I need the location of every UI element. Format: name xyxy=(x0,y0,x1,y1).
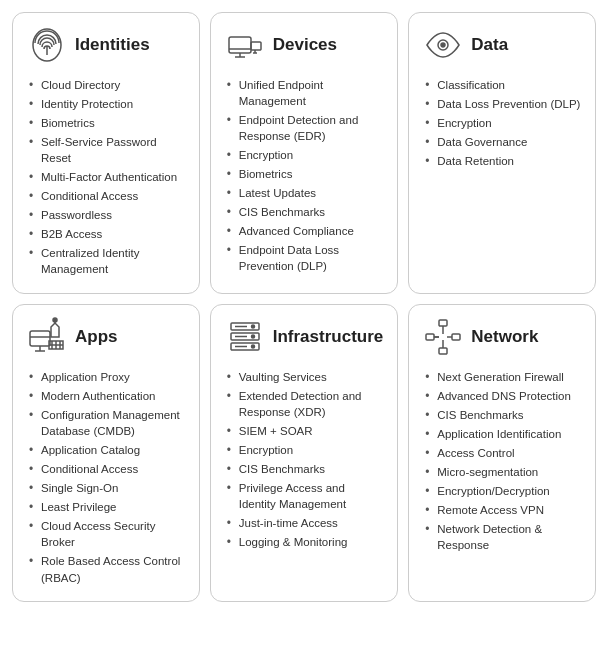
list-item: Biometrics xyxy=(225,164,384,183)
card-identities: IdentitiesCloud DirectoryIdentity Protec… xyxy=(12,12,200,294)
card-title-infrastructure: Infrastructure xyxy=(273,327,384,347)
list-item: Advanced DNS Protection xyxy=(423,386,581,405)
list-item: Encryption xyxy=(423,113,581,132)
svg-rect-30 xyxy=(439,320,447,326)
eye-icon xyxy=(423,25,463,65)
list-item: Conditional Access xyxy=(27,187,185,206)
list-item: Application Identification xyxy=(423,424,581,443)
list-item: Data Governance xyxy=(423,132,581,151)
list-item: Next Generation Firewall xyxy=(423,367,581,386)
list-item: Extended Detection and Response (XDR) xyxy=(225,386,384,421)
main-grid: IdentitiesCloud DirectoryIdentity Protec… xyxy=(12,12,596,602)
card-header-infrastructure: Infrastructure xyxy=(225,317,384,357)
svg-point-10 xyxy=(441,43,445,47)
list-item: Logging & Monitoring xyxy=(225,533,384,552)
list-item: Biometrics xyxy=(27,113,185,132)
card-infrastructure: InfrastructureVaulting ServicesExtended … xyxy=(210,304,399,602)
card-title-devices: Devices xyxy=(273,35,337,55)
card-title-apps: Apps xyxy=(75,327,118,347)
list-item: Vaulting Services xyxy=(225,367,384,386)
card-header-network: Network xyxy=(423,317,581,357)
list-item: Multi-Factor Authentication xyxy=(27,167,185,186)
list-item: Endpoint Data Loss Prevention (DLP) xyxy=(225,241,384,276)
list-item: Privilege Access and Identity Management xyxy=(225,479,384,514)
card-list-devices: Unified Endpoint ManagementEndpoint Dete… xyxy=(225,75,384,276)
devices-icon xyxy=(225,25,265,65)
list-item: Data Loss Prevention (DLP) xyxy=(423,94,581,113)
list-item: Centralized Identity Management xyxy=(27,244,185,279)
card-data: DataClassificationData Loss Prevention (… xyxy=(408,12,596,294)
list-item: Just-in-time Access xyxy=(225,514,384,533)
list-item: Endpoint Detection and Response (EDR) xyxy=(225,110,384,145)
list-item: Role Based Access Control (RBAC) xyxy=(27,552,185,587)
list-item: CIS Benchmarks xyxy=(225,203,384,222)
list-item: Access Control xyxy=(423,443,581,462)
server-icon xyxy=(225,317,265,357)
card-apps: AppsApplication ProxyModern Authenticati… xyxy=(12,304,200,602)
list-item: Unified Endpoint Management xyxy=(225,75,384,110)
list-item: Encryption/Decryption xyxy=(423,482,581,501)
list-item: Conditional Access xyxy=(27,460,185,479)
list-item: SIEM + SOAR xyxy=(225,421,384,440)
list-item: Micro-segmentation xyxy=(423,463,581,482)
list-item: Classification xyxy=(423,75,581,94)
list-item: Single Sign-On xyxy=(27,479,185,498)
list-item: B2B Access xyxy=(27,225,185,244)
svg-rect-32 xyxy=(452,334,460,340)
card-list-infrastructure: Vaulting ServicesExtended Detection and … xyxy=(225,367,384,552)
svg-point-24 xyxy=(251,325,254,328)
card-list-data: ClassificationData Loss Prevention (DLP)… xyxy=(423,75,581,170)
list-item: Network Detection & Response xyxy=(423,520,581,555)
list-item: Cloud Directory xyxy=(27,75,185,94)
card-list-network: Next Generation FirewallAdvanced DNS Pro… xyxy=(423,367,581,555)
list-item: Encryption xyxy=(225,440,384,459)
list-item: Cloud Access Security Broker xyxy=(27,517,185,552)
svg-rect-2 xyxy=(229,37,251,53)
svg-rect-4 xyxy=(251,42,261,50)
card-title-data: Data xyxy=(471,35,508,55)
apps-icon xyxy=(27,317,67,357)
list-item: Latest Updates xyxy=(225,184,384,203)
list-item: Least Privilege xyxy=(27,498,185,517)
list-item: Advanced Compliance xyxy=(225,222,384,241)
list-item: Data Retention xyxy=(423,151,581,170)
list-item: Remote Access VPN xyxy=(423,501,581,520)
svg-point-16 xyxy=(53,318,57,322)
card-title-identities: Identities xyxy=(75,35,150,55)
card-header-devices: Devices xyxy=(225,25,384,65)
list-item: Encryption xyxy=(225,145,384,164)
card-header-identities: Identities xyxy=(27,25,185,65)
svg-rect-33 xyxy=(439,348,447,354)
list-item: Self-Service Password Reset xyxy=(27,132,185,167)
card-list-apps: Application ProxyModern AuthenticationCo… xyxy=(27,367,185,587)
list-item: Identity Protection xyxy=(27,94,185,113)
svg-point-25 xyxy=(251,335,254,338)
card-header-apps: Apps xyxy=(27,317,185,357)
list-item: Configuration Management Database (CMDB) xyxy=(27,405,185,440)
card-network: NetworkNext Generation FirewallAdvanced … xyxy=(408,304,596,602)
svg-rect-11 xyxy=(30,331,50,346)
list-item: Application Proxy xyxy=(27,367,185,386)
list-item: Application Catalog xyxy=(27,440,185,459)
svg-rect-31 xyxy=(426,334,434,340)
list-item: CIS Benchmarks xyxy=(225,460,384,479)
card-header-data: Data xyxy=(423,25,581,65)
card-devices: DevicesUnified Endpoint ManagementEndpoi… xyxy=(210,12,399,294)
list-item: Modern Authentication xyxy=(27,386,185,405)
fingerprint-icon xyxy=(27,25,67,65)
network-icon xyxy=(423,317,463,357)
card-title-network: Network xyxy=(471,327,538,347)
list-item: CIS Benchmarks xyxy=(423,405,581,424)
card-list-identities: Cloud DirectoryIdentity ProtectionBiomet… xyxy=(27,75,185,279)
list-item: Passwordless xyxy=(27,206,185,225)
svg-point-26 xyxy=(251,345,254,348)
svg-point-0 xyxy=(33,29,61,61)
